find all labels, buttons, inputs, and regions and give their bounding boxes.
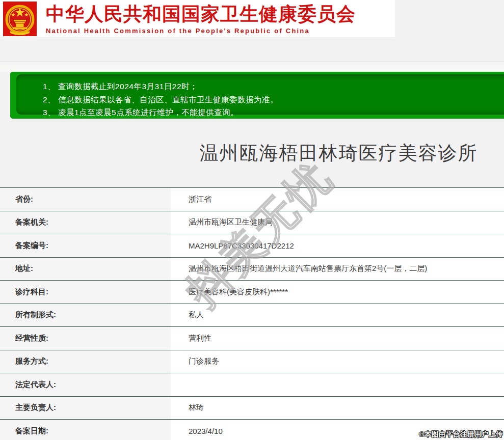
table-row: 法定代表人:: [0, 373, 504, 396]
record-table: 省份:浙江省备案机关:温州市瓯海区卫生健康局备案编号:MA2H9LP87C330…: [0, 187, 504, 440]
field-value: 医疗美容科(美容皮肤科)******: [171, 281, 504, 304]
field-label: 备案机关:: [0, 211, 171, 234]
field-label: 诊疗科目:: [0, 281, 171, 304]
notice-box: 1、 查询数据截止到2024年3月31日22时； 2、 信息数据结果以各省、自治…: [10, 72, 504, 119]
field-label: 法定代表人:: [0, 373, 171, 396]
notice-panel: 1、 查询数据截止到2024年3月31日22时； 2、 信息数据结果以各省、自治…: [16, 74, 504, 115]
field-label: 省份:: [0, 188, 171, 211]
field-value: 浙江省: [171, 188, 504, 211]
org-title-en: National Health Commission of the People…: [46, 27, 356, 35]
field-value: 门诊服务: [171, 350, 504, 373]
notice-line-2: 2、 信息数据结果以各省、自治区、直辖市卫生健康委数据为准。: [43, 93, 504, 106]
table-row: 所有制形式:私人: [0, 304, 504, 327]
field-value: [171, 373, 504, 396]
table-row: 主要负责人:林琦: [0, 396, 504, 420]
table-row: 地址:温州市瓯海区梧田街道温州大道汽车南站售票厅东首第2号(一层，二层): [0, 257, 504, 281]
field-value: 私人: [171, 304, 504, 327]
table-row: 经营性质:营利性: [0, 326, 504, 350]
field-value: 林琦: [171, 397, 504, 420]
field-value: MA2H9LP87C33030417D2212: [171, 234, 504, 257]
org-title-cn: 中华人民共和国国家卫生健康委员会: [46, 3, 356, 26]
field-label: 所有制形式:: [0, 304, 171, 327]
field-value: 温州市瓯海区卫生健康局: [171, 211, 504, 234]
table-row: 备案机关:温州市瓯海区卫生健康局: [0, 211, 504, 234]
header-substrip: [0, 62, 504, 72]
field-label: 主要负责人:: [0, 397, 171, 420]
field-label: 备案日期:: [0, 420, 171, 440]
field-label: 经营性质:: [0, 327, 171, 350]
field-value: 营利性: [171, 327, 504, 350]
field-value: 温州市瓯海区梧田街道温州大道汽车南站售票厅东首第2号(一层，二层): [171, 258, 504, 281]
table-row: 服务方式:门诊服务: [0, 350, 504, 373]
table-row: 省份:浙江省: [0, 187, 504, 211]
notice-line-3: 3、 凌晨1点至凌晨5点系统进行维护，不能提供查询。: [43, 106, 504, 119]
credit-watermark: ©本图由平台注册用户上传: [419, 430, 503, 439]
china-national-emblem-icon: [3, 2, 37, 36]
field-label: 地址:: [0, 258, 171, 281]
field-label: 服务方式:: [0, 350, 171, 373]
page-title: 温州瓯海梧田林琦医疗美容诊所: [0, 141, 504, 166]
table-row: 诊疗科目:医疗美容科(美容皮肤科)******: [0, 280, 504, 304]
table-row: 备案编号:MA2H9LP87C33030417D2212: [0, 234, 504, 257]
site-header: 中华人民共和国国家卫生健康委员会 National Health Commiss…: [0, 0, 395, 37]
notice-line-1: 1、 查询数据截止到2024年3月31日22时；: [43, 80, 504, 93]
field-label: 备案编号:: [0, 234, 171, 257]
